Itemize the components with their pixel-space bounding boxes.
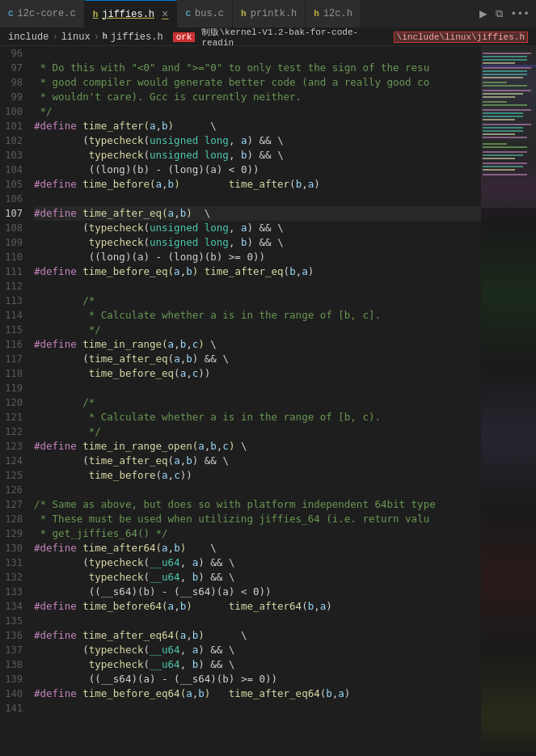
tab-icon-h-jiffies: h (93, 10, 99, 19)
code-line: #define time_before_eq(a,b) time_after_e… (34, 264, 481, 279)
breadcrumb-linux[interactable]: linux (61, 32, 91, 43)
line-numbers: 9697989910010110210310410510610710810911… (0, 46, 29, 756)
code-line: /* (34, 395, 481, 410)
code-line: #define time_after(a,b) \ (34, 119, 481, 133)
tab-label-printk: printk.h (251, 8, 298, 19)
code-line: * Calculate whether a is in the range of… (34, 410, 481, 424)
code-line: #define time_after_eq64(a,b) \ (34, 628, 481, 643)
code-line (34, 46, 481, 61)
tab-bar-actions: ▶ ⧉ ••• (473, 6, 536, 22)
code-line (34, 614, 481, 628)
code-line: ((__s64)(b) - (__s64)(a) < 0)) (34, 585, 481, 599)
breadcrumb-jiffies[interactable]: jiffies.h (111, 32, 163, 43)
code-line: * Do this with "<0" and ">="0" to only t… (34, 61, 481, 75)
code-line: typecheck(unsigned long, b) && \ (34, 148, 481, 163)
tab-label-bus: bus.c (195, 8, 224, 19)
code-line: ((long)(b) - (long)(a) < 0)) (34, 163, 481, 177)
minimap-viewport (481, 46, 536, 208)
breadcrumb: include › linux › h jiffies.h ork 制版\ker… (0, 28, 536, 46)
code-line: ((long)(a) - (long)(b) >= 0)) (34, 250, 481, 264)
code-view[interactable]: 9697989910010110210310410510610710810911… (0, 46, 481, 756)
more-actions-icon[interactable]: ••• (511, 8, 530, 20)
code-line: typecheck(unsigned long, b) && \ (34, 235, 481, 250)
code-line: time_before(a,c)) (34, 468, 481, 483)
breadcrumb-icon-h: h (103, 32, 108, 41)
code-line: ((__s64)(a) - (__s64)(b) >= 0)) (34, 672, 481, 686)
code-line: * good compiler would generate better co… (34, 75, 481, 90)
code-line: * get_jiffies_64() */ (34, 526, 481, 541)
code-line: #define time_before64(a,b) time_after64(… (34, 599, 481, 614)
code-line: typecheck(__u64, b) && \ (34, 570, 481, 585)
code-line: * wouldn't care). Gcc is currently neith… (34, 90, 481, 104)
tab-icon-c: C (8, 9, 14, 19)
code-line: (time_after_eq(a,b) && \ (34, 352, 481, 366)
code-line (34, 483, 481, 497)
code-line: #define time_before_eq64(a,b) time_after… (34, 686, 481, 701)
code-line: (typecheck(__u64, a) && \ (34, 643, 481, 657)
code-line: (typecheck(unsigned long, a) && \ (34, 221, 481, 235)
run-icon[interactable]: ▶ (479, 6, 487, 22)
tab-printk[interactable]: h printk.h (233, 0, 306, 28)
code-line (34, 701, 481, 716)
code-line: * Calculate whether a is in the range of… (34, 308, 481, 323)
tab-label-i2c-core: i2c-core.c (18, 8, 76, 19)
breadcrumb-include[interactable]: include (8, 32, 49, 43)
breadcrumb-ork: ork (173, 32, 196, 42)
tab-label-jiffies: jiffies.h (102, 9, 154, 20)
tab-bar: C i2c-core.c h jiffies.h × C bus.c h pri… (0, 0, 536, 28)
editor-area: 9697989910010110210310410510610710810911… (0, 46, 481, 756)
tab-icon-h-i2c: h (314, 9, 319, 19)
code-line: /* Same as above, but does so with platf… (34, 497, 481, 512)
tab-i2c-core[interactable]: C i2c-core.c (0, 0, 85, 28)
tab-bus[interactable]: C bus.c (177, 0, 233, 28)
code-line: /* (34, 294, 481, 308)
code-line: */ (34, 104, 481, 119)
code-line (34, 192, 481, 206)
breadcrumb-path-highlight: \include\linux\jiffies.h (394, 32, 528, 43)
code-line (34, 279, 481, 294)
code-line: time_before_eq(a,c)) (34, 366, 481, 381)
tab-icon-h-printk: h (241, 9, 247, 19)
code-line: typecheck(__u64, b) && \ (34, 657, 481, 672)
code-line: (typecheck(unsigned long, a) && \ (34, 133, 481, 148)
code-line: #define time_in_range(a,b,c) \ (34, 337, 481, 352)
code-line: #define time_after_eq(a,b) \ (34, 206, 481, 221)
code-line: * These must be used when utilizing jiff… (34, 512, 481, 526)
breadcrumb-copy-label: 制版\kernel-V1.2-bak-for-code-readin (201, 28, 390, 46)
tab-label-i2ch: i2c.h (323, 8, 352, 19)
code-line: (typecheck(__u64, a) && \ (34, 555, 481, 570)
code-lines: * Do this with "<0" and ">="0" to only t… (29, 46, 481, 756)
code-line (34, 381, 481, 395)
split-editor-icon[interactable]: ⧉ (496, 8, 503, 20)
tab-icon-c-bus: C (185, 9, 191, 19)
code-line: #define time_in_range_open(a,b,c) \ (34, 439, 481, 454)
tab-i2ch[interactable]: h i2c.h (306, 0, 361, 28)
code-line: #define time_before(a,b) time_after(b,a) (34, 177, 481, 192)
tab-close-jiffies[interactable]: × (162, 9, 168, 20)
code-container: 9697989910010110210310410510610710810911… (0, 46, 536, 756)
code-line: #define time_after64(a,b) \ (34, 541, 481, 555)
minimap[interactable] (481, 46, 536, 756)
code-line: */ (34, 424, 481, 439)
code-line: */ (34, 323, 481, 337)
tab-jiffies[interactable]: h jiffies.h × (85, 0, 178, 28)
code-line: (time_after_eq(a,b) && \ (34, 454, 481, 468)
